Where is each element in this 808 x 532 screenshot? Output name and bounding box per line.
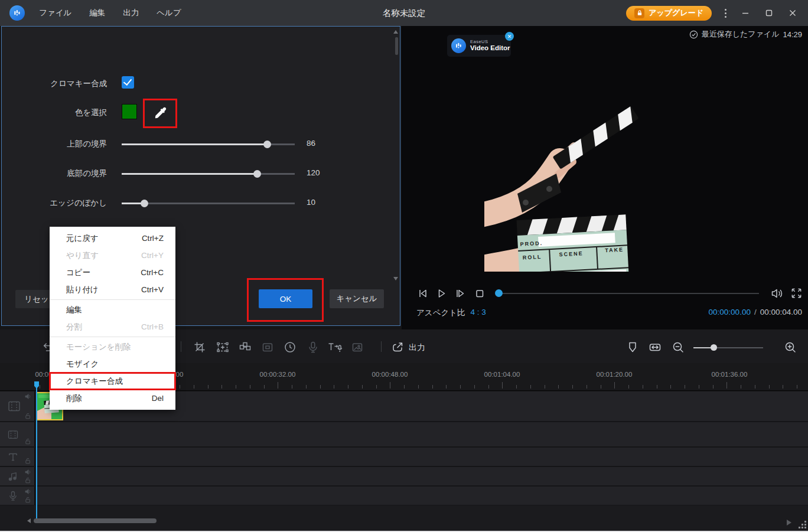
context-menu-item[interactable]: 削除Del (50, 390, 175, 407)
ruler-tick (741, 385, 741, 389)
context-menu-item[interactable]: クロマキー合成 (50, 373, 175, 390)
dialog-scroll-down-icon[interactable] (393, 277, 398, 280)
scroll-left-icon[interactable] (27, 518, 31, 523)
menu-item-label: 分割 (66, 322, 82, 332)
mute-toggle-icon[interactable] (25, 393, 31, 400)
cancel-button[interactable]: キャンセル (330, 289, 384, 308)
ruler-tick (418, 385, 419, 389)
pip-track[interactable] (0, 422, 808, 446)
text-add-icon[interactable] (216, 341, 229, 354)
aspect-ratio[interactable]: アスペクト比 4 : 3 (416, 308, 486, 318)
ruler-timestamp: 00:00:48.00 (372, 371, 408, 378)
play-button[interactable] (435, 287, 448, 300)
zoom-out-icon[interactable] (672, 341, 685, 354)
app-window: ファイル編集出力ヘルプ 名称未設定 アップグレード クロマキー合成 色 (0, 0, 808, 532)
slider-thumb[interactable] (253, 170, 261, 178)
text-to-speech-icon[interactable] (327, 341, 340, 354)
context-menu-item[interactable]: コピーCtrl+C (50, 264, 175, 281)
window-title: 名称未設定 (383, 8, 426, 19)
context-menu-item[interactable]: 貼り付けCtrl+V (50, 281, 175, 298)
preview-progress-handle[interactable] (495, 289, 503, 297)
lock-toggle-icon[interactable] (25, 477, 31, 484)
menubar-item-3[interactable]: 出力 (123, 8, 139, 18)
volume-icon[interactable] (770, 286, 784, 301)
ruler-tick (726, 382, 727, 389)
ruler-tick (180, 385, 180, 389)
eyedropper-icon[interactable] (152, 106, 168, 121)
ruler-timestamp: 00:01:20.00 (597, 371, 633, 378)
motion-icon[interactable] (239, 341, 252, 354)
ruler-tick (348, 385, 348, 389)
dialog-scrollbar[interactable] (395, 37, 398, 55)
lock-toggle-icon[interactable] (25, 413, 31, 419)
mute-toggle-icon[interactable] (25, 488, 31, 495)
resize-grip-icon[interactable] (799, 521, 807, 529)
slider-label: 底部の境界 (8, 168, 107, 179)
mute-toggle-icon[interactable] (25, 469, 31, 475)
ruler-tick (334, 385, 334, 389)
chroma-enable-checkbox[interactable] (122, 76, 134, 89)
context-menu-item[interactable]: モザイク (50, 355, 175, 373)
scroll-right-icon[interactable] (787, 520, 791, 526)
color-swatch[interactable] (122, 104, 137, 119)
playhead[interactable] (36, 381, 37, 518)
ruler-timestamp: 00:01:04.00 (484, 371, 520, 378)
fit-timeline-icon[interactable] (649, 341, 662, 354)
menu-item-label: 削除 (66, 393, 82, 404)
slider-thumb[interactable] (263, 141, 271, 148)
menu-item-shortcut: Ctrl+Y (141, 251, 164, 260)
slider-label: 上部の境界 (8, 139, 107, 149)
lock-toggle-icon[interactable] (25, 497, 31, 503)
text-track-header (0, 448, 35, 466)
context-menu-item[interactable]: 元に戻すCtrl+Z (50, 230, 175, 247)
previous-frame-button[interactable] (416, 287, 429, 300)
minimize-button[interactable] (739, 7, 751, 19)
fullscreen-icon[interactable] (790, 287, 803, 299)
total-time: 00:00:04.00 (760, 308, 802, 316)
ruler-tick (208, 385, 208, 389)
music-track[interactable] (0, 467, 808, 485)
watermark-close-icon[interactable]: ✕ (505, 32, 514, 41)
voice-track[interactable] (0, 487, 808, 505)
export-icon[interactable] (391, 341, 404, 354)
lock-toggle-icon[interactable] (25, 438, 31, 445)
stop-button[interactable] (473, 287, 486, 300)
text-track[interactable] (0, 448, 808, 466)
slider-thumb[interactable] (141, 200, 148, 207)
timeline-zoom-handle[interactable] (711, 344, 717, 351)
text-icon (7, 451, 19, 463)
more-menu-icon[interactable] (724, 8, 728, 19)
recent-saved-status[interactable]: 最近保存したファイル 14:29 (689, 29, 802, 40)
menubar-item-2[interactable]: 編集 (89, 8, 105, 18)
menubar: ファイル編集出力ヘルプ (39, 8, 181, 18)
slider-label: エッジのぼかし (8, 198, 107, 208)
ruler-tick (432, 385, 433, 389)
menubar-item-4[interactable]: ヘルプ (157, 8, 181, 18)
duration-icon[interactable] (284, 341, 297, 354)
menu-item-label: 元に戻す (66, 233, 99, 244)
ruler-tick (516, 385, 517, 389)
next-frame-button[interactable] (454, 287, 467, 300)
preview-progress-bar[interactable] (496, 293, 759, 294)
ruler-tick (194, 385, 194, 389)
crop-icon[interactable] (193, 341, 206, 354)
app-logo-icon (9, 5, 25, 21)
zoom-in-icon[interactable] (784, 341, 797, 354)
menu-item-label: コピー (66, 267, 90, 278)
menu-item-label: モザイク (66, 359, 99, 370)
upgrade-button[interactable]: アップグレード (626, 6, 712, 21)
menu-item-shortcut: Ctrl+B (141, 322, 164, 331)
menubar-item-1[interactable]: ファイル (39, 8, 71, 18)
marker-icon[interactable] (626, 341, 639, 354)
timeline-hscrollbar (0, 505, 808, 531)
lock-toggle-icon[interactable] (25, 458, 31, 464)
ruler-tick (530, 385, 531, 389)
close-button[interactable] (787, 7, 799, 19)
menu-item-shortcut: Del (152, 394, 164, 403)
hscrollbar-thumb[interactable] (34, 518, 157, 523)
export-label[interactable]: 出力 (409, 342, 425, 353)
context-menu-item[interactable]: 編集 (50, 301, 175, 318)
ruler-tick (502, 382, 503, 389)
dialog-scroll-up-icon[interactable] (393, 30, 398, 34)
maximize-button[interactable] (763, 7, 775, 19)
